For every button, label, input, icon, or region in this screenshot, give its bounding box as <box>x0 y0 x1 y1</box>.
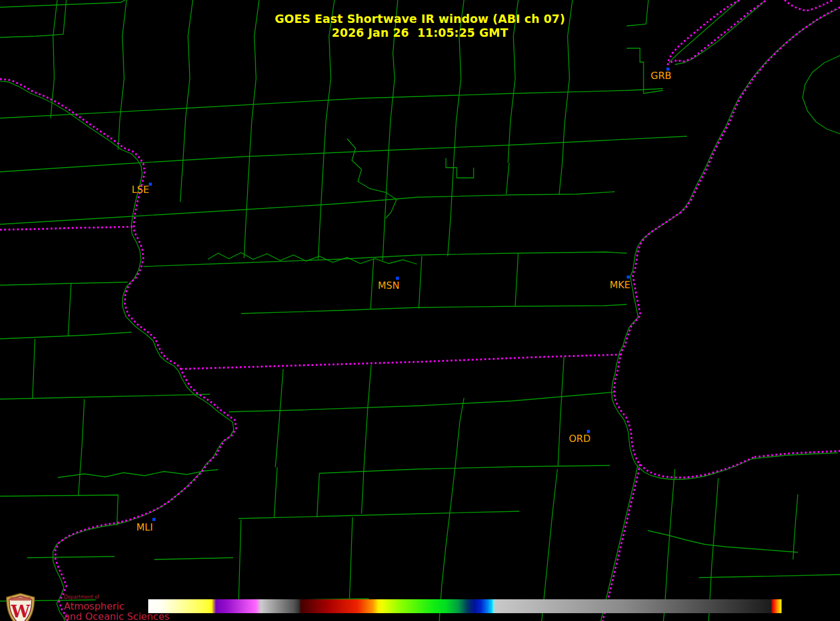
image-timestamp: 2026 Jan 26 11:05:25 GMT <box>0 26 840 40</box>
county-boundary-line <box>208 253 417 264</box>
logo-line-2: and Oceanic Sciences <box>64 611 169 621</box>
satellite-image-viewport: GOES East Shortwave IR window (ABI ch 07… <box>0 0 840 621</box>
city-dot-MKE <box>627 276 630 279</box>
county-boundary-line <box>275 369 283 467</box>
shoreline-county-line-il-in-border <box>600 466 638 621</box>
color-scale-bar <box>148 599 782 613</box>
shoreline-county-line-lake-michigan-west-shore <box>612 9 838 479</box>
county-boundary-line <box>0 332 131 339</box>
city-label-MLI: MLI <box>136 522 152 533</box>
county-boundary-line <box>0 136 687 172</box>
county-boundary-line <box>33 339 35 398</box>
county-boundary-line <box>0 282 128 285</box>
county-boundary-line <box>559 164 562 194</box>
image-title: GOES East Shortwave IR window (ABI ch 07… <box>0 12 840 26</box>
county-boundary-line <box>229 392 616 412</box>
state-border-washington-island-chain <box>785 0 834 11</box>
county-boundary-line <box>349 517 353 600</box>
county-boundary-line <box>317 473 319 517</box>
map-boundaries-layer <box>0 0 840 621</box>
county-boundary-line <box>27 556 114 558</box>
county-boundary-line <box>0 495 118 526</box>
county-boundary-line <box>0 0 125 7</box>
county-boundary-line <box>793 494 798 560</box>
city-label-GRB: GRB <box>651 70 672 81</box>
city-label-MSN: MSN <box>378 280 400 291</box>
county-boundary-line <box>371 259 374 309</box>
county-boundary-line <box>68 283 71 336</box>
county-boundary-line <box>58 470 218 478</box>
svg-text:W: W <box>10 602 30 621</box>
county-boundary-line <box>663 469 675 621</box>
state-border-mn-ia-border <box>0 227 134 230</box>
county-boundary-line <box>154 558 233 560</box>
image-title-block: GOES East Shortwave IR window (ABI ch 07… <box>0 12 840 40</box>
county-boundary-line <box>439 398 464 621</box>
state-border-il-in-border <box>603 464 640 621</box>
county-boundary-line <box>506 163 509 194</box>
city-label-LSE: LSE <box>131 184 149 195</box>
county-boundary-line <box>0 192 615 224</box>
county-boundary-line <box>558 357 564 466</box>
shoreline-county-line-mississippi-river <box>0 81 234 621</box>
county-boundary-line <box>362 467 364 514</box>
county-boundary-line <box>239 511 519 519</box>
county-boundary-line <box>648 531 798 552</box>
county-boundary-line <box>364 365 371 467</box>
county-boundary-line <box>274 467 277 517</box>
state-border-wi-il-border <box>181 355 622 369</box>
county-boundary-line <box>78 399 84 496</box>
state-border-lake-michigan-west-shore <box>614 7 840 478</box>
logo-text-block: Department of Atmospheric and Oceanic Sc… <box>64 595 169 621</box>
city-label-MKE: MKE <box>610 279 630 291</box>
county-boundary-line <box>699 575 840 578</box>
city-label-ORD: ORD <box>569 433 591 444</box>
county-boundary-line <box>0 89 663 118</box>
county-boundary-line <box>419 256 422 309</box>
shoreline-county-line-in-mi-border <box>752 453 838 459</box>
county-boundary-line <box>241 304 627 314</box>
uw-crest-icon: W <box>4 593 37 621</box>
county-boundary-line <box>0 394 210 399</box>
county-boundary-line <box>803 55 840 134</box>
logo-line-1: Atmospheric <box>64 601 169 611</box>
county-boundary-line <box>542 469 557 621</box>
logo-dept-label: Department of <box>64 595 169 600</box>
state-border-in-mi-border <box>754 451 840 457</box>
county-boundary-line <box>319 465 610 473</box>
county-boundary-line <box>446 158 474 178</box>
uw-aos-logo: W Department of Atmospheric and Oceanic … <box>4 593 169 621</box>
state-border-mississippi-river <box>0 79 236 621</box>
city-dot-LSE <box>149 183 152 186</box>
county-boundary-line <box>239 520 241 601</box>
city-dot-MLI <box>152 518 155 521</box>
county-boundary-line <box>515 253 518 306</box>
